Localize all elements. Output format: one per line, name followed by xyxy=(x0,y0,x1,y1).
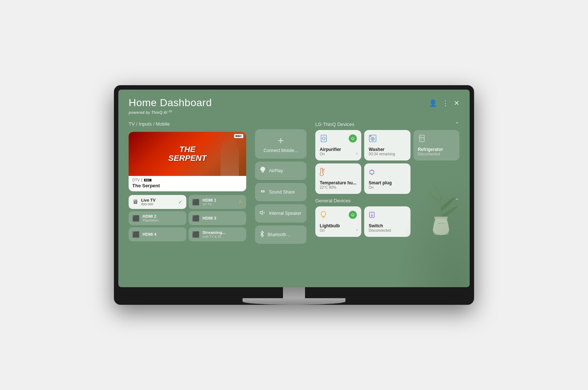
device-washer-top xyxy=(369,134,406,145)
device-lightbulb-top xyxy=(320,211,357,221)
connections-panel: + Connect Mobile... AirPlay xyxy=(255,129,306,279)
smartplug-status: On xyxy=(369,185,406,189)
temperature-name: Temperature hu... xyxy=(320,180,357,185)
svg-point-6 xyxy=(371,137,374,141)
hdmi3-icon: ⬛ xyxy=(192,215,200,222)
refrigerator-name: Refrigerator xyxy=(418,147,455,152)
tv-stand-neck xyxy=(283,287,305,298)
svg-rect-26 xyxy=(434,217,448,219)
refrigerator-icon xyxy=(418,134,426,145)
svg-marker-2 xyxy=(260,211,263,215)
svg-rect-3 xyxy=(321,135,327,142)
device-temperature-top xyxy=(320,168,357,178)
hdmi4-icon: ⬛ xyxy=(132,231,140,238)
temperature-icon xyxy=(320,168,326,178)
switch-status: Disconnected xyxy=(369,228,406,232)
header: Home Dashboard powered by ThinQ AI AI 👤 … xyxy=(129,97,459,115)
tv-preview-image: BBC THESERPENT xyxy=(129,132,246,176)
switch-icon xyxy=(369,211,375,221)
tv-preview-card[interactable]: BBC THESERPENT DTV 1 BBC The Serpent xyxy=(129,132,246,191)
input-streaming[interactable]: ⬛ Streaming... Live TV & St... xyxy=(189,227,246,241)
input-live-tv[interactable]: 🖥 Live TV 000-000 ✓ xyxy=(129,195,186,209)
page-subtitle: powered by ThinQ AI AI xyxy=(129,109,212,115)
general-devices-section: General Devices ⌃ xyxy=(315,198,459,237)
svg-point-4 xyxy=(322,137,325,140)
washer-icon xyxy=(369,134,377,145)
svg-rect-8 xyxy=(370,136,372,137)
airplay-label: AirPlay xyxy=(269,168,283,173)
menu-icon[interactable]: ⋮ xyxy=(442,99,449,107)
lg-thinq-label: LG ThinQ Devices xyxy=(315,122,354,127)
lightbulb-icon xyxy=(320,211,327,221)
main-content: TV / Inputs / Mobile BBC THESERPENT DTV … xyxy=(129,121,459,279)
tv-screen: Home Dashboard powered by ThinQ AI AI 👤 … xyxy=(118,90,470,287)
hdmi1-sub: U+ TV xyxy=(202,202,216,206)
close-icon[interactable]: ✕ xyxy=(454,99,459,107)
svg-point-7 xyxy=(372,138,373,140)
airpurifier-icon xyxy=(320,134,328,145)
switch-name: Switch xyxy=(369,223,406,228)
device-temperature[interactable]: Temperature hu... 22°C 80% xyxy=(315,163,361,194)
device-smartplug[interactable]: Smart plug On xyxy=(364,163,410,194)
smartplug-icon xyxy=(369,168,375,178)
tv-show-name: The Serpent xyxy=(132,183,243,188)
airplay-card[interactable]: AirPlay xyxy=(255,162,306,180)
airpurifier-power-on xyxy=(349,134,357,142)
devices-panel: LG ThinQ Devices ⌃ xyxy=(315,121,459,279)
device-refrigerator[interactable]: Refrigerator Disconnected xyxy=(413,130,459,160)
lightbulb-status: On xyxy=(320,228,357,232)
svg-rect-5 xyxy=(369,135,376,142)
sound-share-label: Sound Share xyxy=(269,189,295,195)
hdmi3-name: HDMI 3 xyxy=(202,216,216,220)
input-hdmi2[interactable]: ⬛ HDMI 2 Playstation xyxy=(129,211,186,225)
smartplug-name: Smart plug xyxy=(369,180,406,185)
hdmi2-sub: Playstation xyxy=(143,219,159,222)
live-tv-sub: 000-000 xyxy=(141,202,155,206)
bbc-badge: BBC xyxy=(234,134,243,138)
bluetooth-label: Bluetooth ... xyxy=(268,232,291,237)
hdmi1-icon: ⬛ xyxy=(192,199,200,206)
device-lightbulb[interactable]: Lightbulb On › xyxy=(315,206,361,237)
show-title: THESERPENT xyxy=(168,145,207,163)
hdmi1-lock-icon: 🔒 xyxy=(238,200,243,204)
airpurifier-status: On xyxy=(320,152,357,156)
profile-icon[interactable]: 👤 xyxy=(429,99,437,107)
internal-speaker-card[interactable]: Internal Speaker xyxy=(255,204,306,223)
lightbulb-power-on xyxy=(349,211,357,219)
input-hdmi1[interactable]: ⬛ HDMI 1 U+ TV 🔒 xyxy=(189,195,246,209)
live-tv-icon: 🖥 xyxy=(132,199,138,205)
connect-mobile-card[interactable]: + Connect Mobile... xyxy=(255,129,306,159)
streaming-sub: Live TV & St... xyxy=(202,235,226,238)
airpurifier-chevron-icon: › xyxy=(356,150,358,156)
sound-share-icon xyxy=(259,188,266,196)
general-devices-label: General Devices xyxy=(315,198,351,203)
connect-mobile-label: Connect Mobile... xyxy=(263,148,298,153)
device-washer[interactable]: Washer 00:34 remaining xyxy=(364,130,410,160)
live-tv-name: Live TV xyxy=(141,198,155,202)
device-airpurifier-top xyxy=(320,134,357,145)
temperature-status: 22°C 80% xyxy=(320,185,357,189)
hdmi4-name: HDMI 4 xyxy=(143,232,156,236)
general-devices-grid: Lightbulb On › xyxy=(315,206,459,237)
internal-speaker-icon xyxy=(259,209,266,218)
sound-share-card[interactable]: Sound Share xyxy=(255,183,306,201)
device-switch[interactable]: Switch Disconnected xyxy=(364,206,410,237)
live-tv-check-icon: ✓ xyxy=(178,199,183,205)
bbc-inline-badge: BBC xyxy=(144,179,151,181)
lightbulb-name: Lightbulb xyxy=(320,223,357,228)
input-hdmi4[interactable]: ⬛ HDMI 4 xyxy=(129,227,186,241)
lightbulb-chevron-icon: › xyxy=(356,227,358,232)
bluetooth-icon xyxy=(259,231,265,239)
header-actions: 👤 ⋮ ✕ xyxy=(429,99,459,107)
plant-area xyxy=(413,206,459,237)
tv-frame: Home Dashboard powered by ThinQ AI AI 👤 … xyxy=(114,85,474,305)
bluetooth-card[interactable]: Bluetooth ... xyxy=(255,225,306,244)
svg-point-24 xyxy=(372,216,373,217)
device-smartplug-top xyxy=(369,168,406,178)
refrigerator-status: Disconnected xyxy=(418,152,455,156)
input-hdmi3[interactable]: ⬛ HDMI 3 xyxy=(189,211,246,225)
device-airpurifier[interactable]: Airpurifier On › xyxy=(315,130,361,160)
washer-name: Washer xyxy=(369,147,406,152)
lg-thinq-collapse-button[interactable]: ⌃ xyxy=(455,121,459,127)
hdmi2-name: HDMI 2 xyxy=(143,214,159,219)
